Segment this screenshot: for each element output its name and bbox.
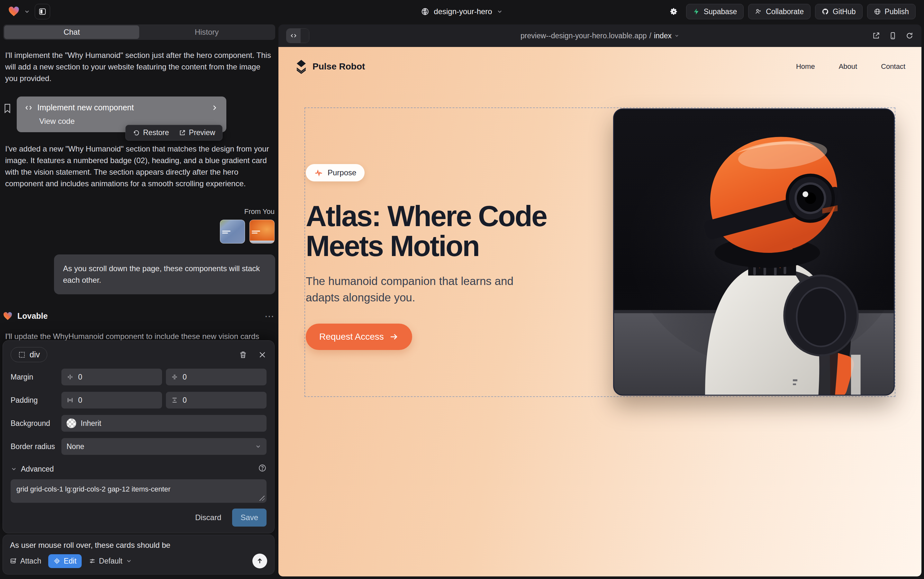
background-input[interactable]: Inherit — [61, 415, 266, 432]
chevron-down-icon — [674, 33, 679, 38]
collaborate-button[interactable]: Collaborate — [748, 4, 810, 19]
attachment-thumbnail-blue[interactable] — [220, 220, 245, 244]
border-radius-value: None — [67, 442, 84, 451]
edit-mode-button[interactable]: Edit — [48, 554, 82, 568]
chevron-down-icon — [497, 8, 503, 15]
advanced-section-toggle[interactable]: Advanced — [11, 464, 266, 474]
restore-preview-toolbar: Restore Preview — [126, 125, 222, 141]
from-you-block: From You — [3, 208, 275, 244]
trash-icon[interactable] — [239, 351, 247, 359]
pulse-icon — [314, 168, 323, 177]
classes-value: grid grid-cols-1 lg:grid-cols-2 gap-12 i… — [16, 485, 170, 493]
view-code-link[interactable]: View code — [39, 117, 218, 126]
collaborate-label: Collaborate — [766, 7, 804, 16]
margin-x-icon — [67, 373, 73, 381]
assistant-header: Lovable ⋯ — [3, 311, 275, 322]
nav-link-about[interactable]: About — [839, 62, 857, 71]
preview-label: Preview — [189, 128, 215, 137]
lovable-heart-icon[interactable] — [8, 7, 19, 17]
margin-x-value: 0 — [78, 373, 82, 381]
publish-globe-icon — [874, 8, 881, 15]
padding-x-icon — [67, 397, 73, 404]
attachment-thumbnail-orange[interactable] — [250, 220, 274, 244]
more-menu-button[interactable]: ⋯ — [264, 311, 275, 322]
close-icon[interactable] — [258, 351, 266, 359]
code-icon — [25, 104, 32, 111]
restore-button[interactable]: Restore — [133, 128, 169, 137]
margin-y-input[interactable]: 0 — [166, 369, 266, 385]
preview-url-host: preview--design-your-hero.lovable.app — [521, 31, 646, 40]
globe-icon — [421, 7, 429, 16]
preview-url[interactable]: preview--design-your-hero.lovable.app / … — [521, 31, 679, 40]
site-nav: Pulse Robot Home About Contact — [294, 47, 905, 86]
margin-y-value: 0 — [183, 373, 187, 381]
transparency-swatch-icon — [67, 419, 76, 428]
padding-label: Padding — [11, 396, 61, 405]
help-icon[interactable] — [258, 464, 266, 474]
from-you-label: From You — [244, 208, 274, 216]
refresh-icon[interactable] — [905, 31, 914, 40]
mobile-icon[interactable] — [889, 31, 897, 40]
supabase-button[interactable]: Supabase — [686, 4, 744, 19]
settings-button[interactable] — [666, 4, 682, 19]
chevron-down-icon[interactable] — [24, 8, 30, 15]
classes-textarea[interactable]: grid grid-cols-1 lg:grid-cols-2 gap-12 i… — [11, 479, 266, 503]
assistant-name: Lovable — [17, 311, 47, 321]
element-tag-chip[interactable]: div — [11, 347, 47, 362]
dashed-box-icon — [18, 351, 26, 359]
chat-history-tabs: Chat History — [3, 25, 275, 40]
margin-x-input[interactable]: 0 — [61, 369, 162, 385]
preview-url-separator: / — [650, 31, 651, 40]
code-icon — [290, 32, 297, 39]
margin-label: Margin — [11, 373, 61, 381]
discard-button[interactable]: Discard — [195, 513, 221, 522]
supabase-bolt-icon — [693, 8, 700, 15]
sidebar-toggle-button[interactable] — [35, 4, 50, 19]
padding-x-input[interactable]: 0 — [61, 392, 162, 409]
chat-pane: Chat History I'll implement the "Why Hum… — [3, 25, 275, 576]
restore-icon — [133, 129, 140, 136]
bookmark-icon[interactable] — [3, 96, 11, 114]
project-switcher[interactable]: design-your-hero — [421, 7, 503, 16]
supabase-label: Supabase — [704, 7, 737, 16]
padding-y-value: 0 — [183, 396, 187, 405]
selected-hero-section[interactable]: Purpose Atlas: Where Code Meets Motion T… — [304, 108, 895, 397]
site-canvas: Pulse Robot Home About Contact Purpose A… — [278, 47, 921, 576]
restore-label: Restore — [143, 128, 169, 137]
hero-robot-image — [613, 108, 895, 396]
attach-button[interactable]: Attach — [10, 557, 41, 566]
send-button[interactable] — [252, 554, 267, 568]
chat-composer: As user mouse roll over, these cards sho… — [3, 535, 274, 574]
nav-link-contact[interactable]: Contact — [881, 62, 905, 71]
code-view-toggle[interactable] — [286, 28, 309, 43]
project-name: design-your-hero — [434, 7, 492, 16]
nav-link-home[interactable]: Home — [796, 62, 815, 71]
arrow-right-icon — [389, 332, 399, 342]
top-bar: design-your-hero Supabase Collabo — [0, 0, 924, 23]
resize-handle[interactable] — [260, 496, 264, 501]
border-radius-select[interactable]: None — [61, 438, 266, 455]
gear-icon — [670, 7, 678, 16]
lovable-heart-icon — [3, 312, 12, 321]
tab-history[interactable]: History — [139, 25, 274, 39]
publish-button[interactable]: Publish — [867, 4, 916, 19]
request-access-button[interactable]: Request Access — [306, 324, 412, 350]
padding-y-input[interactable]: 0 — [166, 392, 266, 409]
sliders-icon — [89, 558, 96, 564]
app-window: design-your-hero Supabase Collabo — [0, 0, 924, 579]
tab-chat[interactable]: Chat — [4, 25, 139, 39]
margin-y-icon — [171, 373, 178, 381]
purpose-badge: Purpose — [306, 164, 364, 182]
site-brand[interactable]: Pulse Robot — [294, 59, 365, 74]
open-in-new-tab-icon[interactable] — [872, 31, 880, 40]
preview-pane: preview--design-your-hero.lovable.app / … — [278, 25, 921, 576]
mode-label: Default — [99, 557, 122, 566]
preview-button[interactable]: Preview — [179, 128, 215, 137]
chat-input[interactable]: As user mouse roll over, these cards sho… — [10, 541, 267, 550]
chevron-down-icon — [255, 443, 261, 450]
github-button[interactable]: GitHub — [815, 4, 863, 19]
mode-select[interactable]: Default — [89, 557, 132, 566]
send-arrow-icon — [256, 557, 264, 565]
element-inspector: div Margin 0 0 — [3, 340, 274, 533]
save-button[interactable]: Save — [232, 509, 266, 527]
